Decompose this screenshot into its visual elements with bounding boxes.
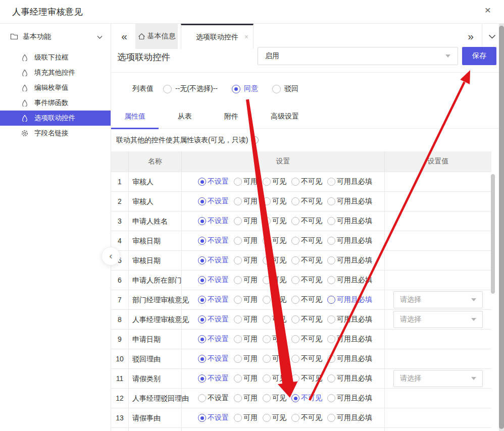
- setting-radio[interactable]: 可见: [263, 177, 286, 186]
- setting-radio[interactable]: 可用: [234, 354, 258, 363]
- setting-radio[interactable]: 可见: [263, 354, 286, 363]
- setting-radio[interactable]: 不可见: [291, 197, 322, 206]
- list-value-radio[interactable]: 同意: [232, 84, 258, 93]
- setting-radio[interactable]: 不可见: [291, 394, 322, 403]
- setting-radio[interactable]: 不设置: [198, 394, 229, 403]
- setting-radio[interactable]: 可用且必填: [327, 236, 372, 245]
- expand-tabs-icon[interactable]: »: [461, 24, 481, 49]
- property-tab[interactable]: 高级设置: [258, 104, 312, 129]
- setting-radio[interactable]: 可见: [263, 335, 286, 344]
- table-row: 11请假类别不设置可用可见不可见可用且必填请选择: [111, 369, 491, 389]
- table-row: 4审核日期不设置可用可见不可见可用且必填: [111, 231, 491, 251]
- sidebar-item[interactable]: 编辑枚举值: [0, 80, 111, 95]
- setting-radio[interactable]: 可用且必填: [327, 197, 372, 206]
- save-button[interactable]: 保存: [462, 47, 496, 65]
- value-select[interactable]: 请选择: [393, 291, 483, 308]
- setting-radio[interactable]: 不设置: [198, 217, 229, 226]
- value-select[interactable]: 请选择: [393, 370, 483, 387]
- setting-radio[interactable]: 不可见: [291, 295, 322, 304]
- setting-radio[interactable]: 可见: [263, 236, 286, 245]
- table-scrollbar-thumb[interactable]: [491, 174, 495, 294]
- tab-close-icon[interactable]: ×: [244, 33, 248, 40]
- setting-radio[interactable]: 可用且必填: [327, 256, 372, 265]
- setting-radio[interactable]: 可见: [263, 295, 286, 304]
- tab-home[interactable]: 基本信息: [135, 24, 178, 49]
- setting-radio[interactable]: 不可见: [291, 217, 322, 226]
- setting-radio[interactable]: 不设置: [198, 295, 229, 304]
- setting-radio[interactable]: 可用: [234, 256, 258, 265]
- setting-radio[interactable]: 可用: [234, 315, 258, 324]
- setting-radio[interactable]: 可用且必填: [327, 315, 372, 324]
- setting-radio[interactable]: 可用且必填: [327, 177, 372, 186]
- setting-radio[interactable]: 可用且必填: [327, 354, 372, 363]
- sidebar-item[interactable]: 级联下拉框: [0, 50, 111, 65]
- setting-radio[interactable]: 可用且必填: [327, 413, 372, 422]
- radio-circle-icon: [291, 256, 299, 264]
- window-scrollbar-thumb[interactable]: [499, 26, 504, 429]
- setting-radio[interactable]: 不可见: [291, 374, 322, 383]
- setting-radio[interactable]: 不设置: [198, 413, 229, 422]
- setting-radio[interactable]: 可用且必填: [327, 394, 372, 403]
- setting-radio[interactable]: 不设置: [198, 354, 229, 363]
- setting-radio[interactable]: 不可见: [291, 354, 322, 363]
- sidebar-item[interactable]: 填充其他控件: [0, 65, 111, 80]
- setting-radio[interactable]: 可用: [234, 197, 258, 206]
- list-value-radio[interactable]: --无(不选择)--: [163, 84, 218, 93]
- setting-radio[interactable]: 可用: [234, 295, 258, 304]
- property-tab[interactable]: 属性值: [111, 104, 159, 129]
- setting-radio[interactable]: 可用且必填: [327, 295, 372, 304]
- setting-radio[interactable]: 不可见: [291, 335, 322, 344]
- setting-radio[interactable]: 不设置: [198, 256, 229, 265]
- setting-radio[interactable]: 可见: [263, 413, 286, 422]
- sidebar-item[interactable]: 字段名链接: [0, 126, 111, 141]
- window-scrollbar[interactable]: [499, 24, 504, 431]
- setting-radio[interactable]: 不设置: [198, 197, 229, 206]
- setting-radio[interactable]: 可用: [234, 413, 258, 422]
- property-tab[interactable]: 附件: [211, 104, 251, 129]
- sidebar-collapse-button[interactable]: ‹: [102, 247, 120, 265]
- setting-radio[interactable]: 可用: [234, 394, 258, 403]
- setting-radio[interactable]: 不设置: [198, 335, 229, 344]
- setting-radio[interactable]: 可用: [234, 217, 258, 226]
- setting-radio[interactable]: 不可见: [291, 177, 322, 186]
- sidebar-item-label: 级联下拉框: [34, 53, 69, 62]
- setting-radio[interactable]: 不设置: [198, 374, 229, 383]
- setting-radio[interactable]: 不设置: [198, 236, 229, 245]
- setting-radio[interactable]: 不可见: [291, 256, 322, 265]
- value-select[interactable]: 请选择: [393, 311, 483, 328]
- setting-radio[interactable]: 可见: [263, 394, 286, 403]
- setting-radio[interactable]: 可用且必填: [327, 335, 372, 344]
- setting-radio[interactable]: 可用: [234, 374, 258, 383]
- setting-radio[interactable]: 不设置: [198, 177, 229, 186]
- setting-radio[interactable]: 不可见: [291, 236, 322, 245]
- setting-radio[interactable]: 可见: [263, 315, 286, 324]
- close-icon[interactable]: ×: [485, 5, 491, 15]
- status-select[interactable]: 启用: [258, 47, 458, 65]
- setting-radio[interactable]: 可见: [263, 197, 286, 206]
- setting-radio[interactable]: 可用且必填: [327, 276, 372, 285]
- sidebar-item[interactable]: 选项联动控件: [0, 111, 111, 126]
- setting-radio[interactable]: 可见: [263, 374, 286, 383]
- list-value-radio[interactable]: 驳回: [272, 84, 298, 93]
- setting-radio[interactable]: 可用: [234, 236, 258, 245]
- setting-radio[interactable]: 可见: [263, 276, 286, 285]
- setting-radio[interactable]: 不可见: [291, 276, 322, 285]
- collapse-tabs-icon[interactable]: «: [117, 24, 131, 49]
- sidebar-group-header[interactable]: 基本功能: [0, 24, 111, 50]
- setting-radio[interactable]: 不可见: [291, 413, 322, 422]
- setting-radio[interactable]: 可见: [263, 256, 286, 265]
- property-tab[interactable]: 从表: [165, 104, 205, 129]
- info-icon[interactable]: i: [251, 136, 259, 144]
- setting-radio[interactable]: 可用: [234, 335, 258, 344]
- setting-radio[interactable]: 不可见: [291, 315, 322, 324]
- setting-radio[interactable]: 可用: [234, 177, 258, 186]
- setting-radio[interactable]: 不设置: [198, 315, 229, 324]
- setting-radio[interactable]: 可见: [263, 217, 286, 226]
- setting-radio[interactable]: 可用: [234, 276, 258, 285]
- setting-radio[interactable]: 不设置: [198, 276, 229, 285]
- sidebar-item[interactable]: 事件绑函数: [0, 95, 111, 111]
- radio-circle-icon: [291, 355, 299, 363]
- setting-radio[interactable]: 可用且必填: [327, 374, 372, 383]
- setting-radio[interactable]: 可用且必填: [327, 217, 372, 226]
- tab-active[interactable]: 选项联动控件×: [181, 24, 254, 49]
